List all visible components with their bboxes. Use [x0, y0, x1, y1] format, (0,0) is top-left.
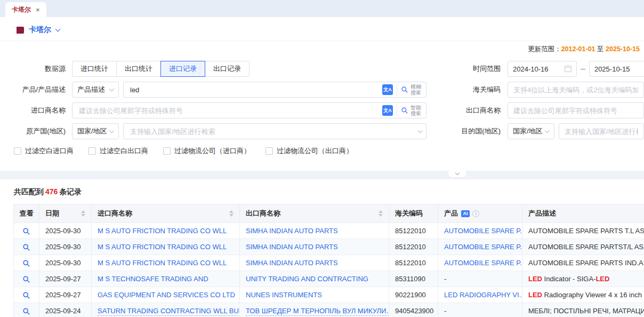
results-table: 查看 日期 进口商名称 出口商名称 海关编码 产品AIi 产品描述 2025-0…	[13, 204, 644, 317]
importer-link[interactable]: M S AUTO FRICTION TRADING CO WLL	[98, 243, 227, 251]
importer-link[interactable]: M S AUTO FRICTION TRADING CO WLL	[98, 259, 227, 267]
cell-date: 2025-09-30	[39, 223, 92, 239]
sort-icon[interactable]	[379, 210, 383, 217]
form-row-origin: 原产国(地区) 国家/地区 目的国(地区) 国家/地区	[0, 123, 644, 139]
origin-type-value: 国家/地区	[77, 126, 107, 136]
summary-prefix: 共匹配到	[14, 187, 44, 196]
exporter-link[interactable]: SIMHA INDIAN AUTO PARTS	[246, 227, 338, 235]
product-type-select[interactable]: 产品描述	[72, 82, 119, 98]
product-search-input[interactable]	[129, 85, 379, 94]
table-header-row: 查看 日期 进口商名称 出口商名称 海关编码 产品AIi 产品描述	[14, 204, 644, 223]
checkbox[interactable]	[88, 147, 96, 155]
results-summary: 共匹配到476条记录	[14, 187, 644, 197]
sort-icon[interactable]	[229, 210, 234, 217]
exporter-link[interactable]: SIMHA INDIAN AUTO PARTS	[246, 243, 338, 251]
datasource-import-stats[interactable]: 进口统计	[72, 61, 117, 77]
update-range: 更新范围：2012-01-01 至 2025-10-15	[0, 41, 644, 56]
cell-hs-code: 9405423900	[389, 303, 438, 317]
results-table-container: 查看 日期 进口商名称 出口商名称 海关编码 产品AIi 产品描述 2025-0…	[13, 204, 644, 317]
product-link[interactable]: -	[444, 275, 446, 283]
checkbox[interactable]	[14, 147, 21, 155]
origin-type-select[interactable]: 国家/地区	[72, 123, 119, 139]
cell-hs-code: 85122010	[389, 239, 438, 255]
section-divider	[0, 171, 644, 179]
importer-link[interactable]: M S TECHNOSAFE TRADING AND	[98, 275, 208, 283]
view-icon[interactable]	[22, 243, 30, 251]
page-header: 卡塔尔	[0, 17, 644, 41]
cell-date: 2025-09-27	[39, 287, 92, 303]
tab-bar: 卡塔尔 ×	[0, 0, 644, 17]
update-range-mid: 至	[597, 45, 604, 53]
cell-description: AUTOMOBILE SPARE PARTST/L ASSY ...	[522, 239, 644, 255]
filter-blank-exporter[interactable]: 过滤空白出口商	[88, 146, 148, 156]
cell-hs-code: 85122010	[389, 255, 438, 271]
destination-type-select[interactable]: 国家/地区	[508, 123, 554, 139]
view-icon[interactable]	[22, 307, 30, 315]
product-link[interactable]: AUTOMOBILE SPARE P...	[444, 259, 522, 267]
form-row-importer: 进口商名称 文A 智能搜索 出口商名称	[0, 102, 644, 118]
importer-link[interactable]: M S AUTO FRICTION TRADING CO WLL	[98, 227, 227, 235]
sort-icon[interactable]	[81, 210, 85, 217]
exporter-link[interactable]: UNITY TRADING AND CONTRACTING	[246, 275, 368, 283]
filter-logistics-importer[interactable]: 过滤物流公司（进口商）	[163, 146, 251, 156]
hs-code-input[interactable]	[508, 82, 644, 98]
product-input-group: 文A 模糊搜索	[123, 82, 426, 98]
table-row: 2025-09-30 M S AUTO FRICTION TRADING CO …	[14, 255, 644, 271]
tab-label: 卡塔尔	[12, 5, 31, 14]
view-icon[interactable]	[22, 291, 30, 299]
product-link[interactable]: AUTOMOBILE SPARE P...	[444, 227, 522, 235]
view-icon[interactable]	[22, 259, 30, 267]
datasource-import-records[interactable]: 进口记录	[160, 61, 205, 77]
date-to-input[interactable]: 2025-10-15	[589, 61, 644, 77]
filter-label: 过滤物流公司（进口商）	[174, 146, 251, 156]
calendar-icon[interactable]	[565, 66, 571, 72]
checkbox[interactable]	[163, 147, 171, 155]
info-icon[interactable]: i	[472, 210, 479, 217]
filter-logistics-exporter[interactable]: 过滤物流公司（出口商）	[265, 146, 353, 156]
form-row-datasource: 数据源 进口统计 出口统计 进口记录 出口记录 时间范围 2024-10-16 …	[0, 61, 644, 77]
search-form: 更新范围：2012-01-01 至 2025-10-15 数据源 进口统计 出口…	[0, 41, 644, 163]
smart-search-label: 智能搜索	[410, 105, 422, 116]
header-product: 产品AIi	[438, 204, 522, 223]
exporter-name-input[interactable]	[508, 102, 644, 118]
translate-icon[interactable]: 文A	[382, 84, 393, 95]
origin-label: 原产国(地区)	[0, 126, 72, 136]
chevron-down-icon[interactable]	[55, 26, 61, 31]
filter-label: 过滤空白出口商	[100, 146, 148, 156]
product-link[interactable]: LED RADIOGRAPHY VI...	[444, 291, 522, 299]
importer-link[interactable]: SATURN TRADING CONTRACTING WLL BUI...	[98, 307, 240, 316]
update-range-from: 2012-01-01	[561, 45, 595, 53]
filter-label: 过滤物流公司（出口商）	[277, 146, 353, 156]
header-date: 日期	[39, 204, 92, 223]
product-link[interactable]: -	[444, 307, 446, 315]
results-count: 476	[45, 187, 58, 196]
tab-qatar[interactable]: 卡塔尔 ×	[5, 2, 46, 17]
cell-description: AUTOMOBILE SPARE PARTS IND.ASS...	[522, 255, 644, 271]
search-icon	[401, 86, 408, 93]
importer-name-input[interactable]	[78, 106, 379, 115]
chevron-down-icon[interactable]	[418, 128, 423, 133]
product-link[interactable]: AUTOMOBILE SPARE P...	[444, 243, 522, 251]
collapse-panel-button[interactable]	[448, 170, 467, 178]
exporter-link[interactable]: ТОВ ШРЕДЕР М ТЕРНОПІЛЬ ВУЛ МИКУЛИ...	[246, 307, 389, 316]
datasource-export-stats[interactable]: 出口统计	[116, 61, 161, 77]
product-label: 产品/产品描述	[0, 85, 72, 94]
origin-country-input[interactable]	[129, 127, 415, 136]
close-icon[interactable]: ×	[36, 6, 40, 13]
update-range-to: 2025-10-15	[606, 45, 640, 53]
view-icon[interactable]	[22, 227, 30, 235]
fuzzy-search-toggle[interactable]: 模糊搜索	[397, 84, 422, 96]
checkbox[interactable]	[265, 147, 273, 155]
view-icon[interactable]	[22, 275, 30, 283]
filter-blank-importer[interactable]: 过滤空白进口商	[14, 146, 74, 156]
destination-country-input[interactable]	[559, 123, 644, 139]
date-from-input[interactable]: 2024-10-16	[508, 61, 577, 77]
datasource-export-records[interactable]: 出口记录	[205, 61, 249, 77]
importer-link[interactable]: GAS EQUIPMENT AND SERVICES CO LTD	[98, 291, 235, 299]
form-row-product: 产品/产品描述 产品描述 文A 模糊搜索 海关编码	[0, 82, 644, 98]
smart-search-toggle[interactable]: 智能搜索	[397, 105, 422, 116]
translate-icon[interactable]: 文A	[382, 105, 393, 116]
exporter-link[interactable]: SIMHA INDIAN AUTO PARTS	[246, 259, 338, 267]
date-from-value: 2024-10-16	[513, 65, 549, 73]
exporter-link[interactable]: NUNES INSTRUMENTS	[246, 291, 322, 299]
